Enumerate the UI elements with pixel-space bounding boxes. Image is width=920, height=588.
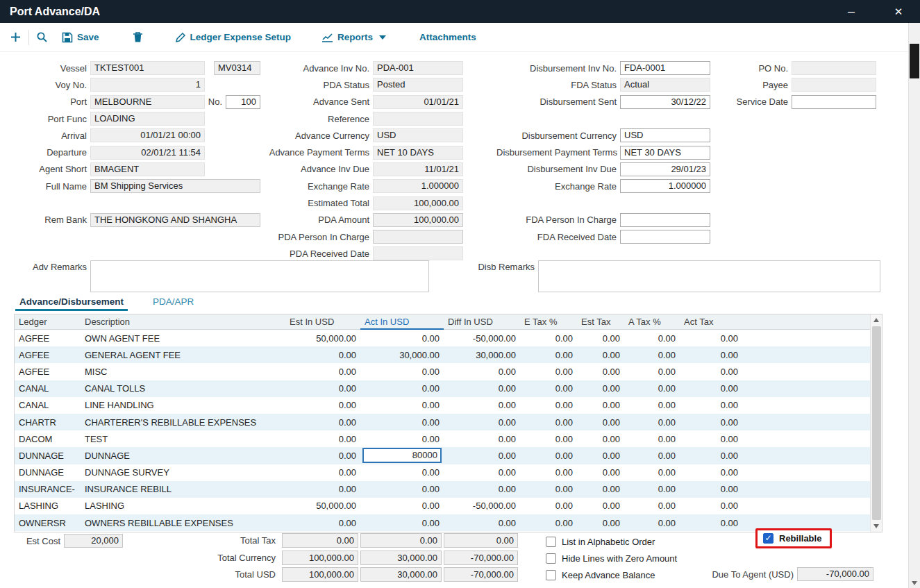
window-scrollbar[interactable] (908, 23, 920, 588)
column-header[interactable]: Act Tax (680, 314, 742, 330)
grid-cell[interactable]: DUNNAGE (15, 467, 81, 478)
attachments-button[interactable]: Attachments (419, 32, 476, 42)
grid-cell[interactable]: 0.00 (680, 417, 742, 428)
grid-cell[interactable]: 0.00 (360, 501, 444, 511)
grid-cell[interactable]: DUNNAGE (15, 451, 81, 461)
checkbox[interactable] (546, 553, 556, 564)
grid-cell[interactable]: INSURANCE- (15, 484, 81, 494)
grid-cell[interactable]: 0.00 (285, 350, 360, 360)
scroll-down-button[interactable] (871, 521, 882, 532)
grid-cell[interactable]: OWNERSR (15, 518, 81, 528)
grid-cell[interactable]: 0.00 (444, 451, 520, 461)
grid-cell[interactable]: 0.00 (444, 383, 520, 394)
grid-cell[interactable]: 0.00 (360, 383, 444, 394)
grid-cell[interactable]: 0.00 (577, 484, 624, 494)
grid-cell[interactable]: 80000 (360, 448, 444, 463)
grid-cell[interactable]: 0.00 (285, 518, 360, 528)
disb-payment-terms-field[interactable]: NET 30 DAYS (620, 146, 710, 160)
grid-cell[interactable]: TEST (81, 434, 285, 444)
grid-cell[interactable]: 0.00 (444, 400, 520, 410)
column-header[interactable]: Act In USD (360, 314, 444, 330)
column-header[interactable]: A Tax % (624, 314, 680, 330)
grid-cell[interactable]: 0.00 (624, 518, 680, 528)
grid-cell[interactable]: AGFEE (15, 333, 81, 344)
grid-cell[interactable]: DUNNAGE (81, 451, 285, 461)
grid-cell[interactable]: 0.00 (624, 451, 680, 461)
grid-cell[interactable]: 0.00 (444, 484, 520, 494)
grid-scrollbar[interactable] (870, 314, 882, 532)
tab-pda-apr[interactable]: PDA/APR (149, 294, 198, 311)
grid-cell[interactable]: AGFEE (15, 367, 81, 377)
grid-cell[interactable]: 0.00 (360, 434, 444, 444)
grid-cell[interactable]: 0.00 (360, 367, 444, 377)
checkbox-row[interactable]: Hide Lines with Zero Amount (546, 550, 677, 566)
checkbox-row[interactable]: List in Alphabetic Order (546, 533, 677, 550)
grid-cell[interactable]: 0.00 (624, 350, 680, 360)
grid-cell[interactable]: 0.00 (520, 417, 577, 428)
grid-cell[interactable]: 0.00 (624, 383, 680, 394)
grid-cell[interactable]: CANAL (15, 400, 81, 410)
grid-cell[interactable]: 0.00 (520, 467, 577, 478)
grid-cell[interactable]: 0.00 (680, 350, 742, 360)
grid-cell[interactable]: 0.00 (624, 333, 680, 344)
grid-cell[interactable]: 0.00 (360, 333, 444, 344)
grid-cell-editor[interactable]: 80000 (362, 448, 442, 463)
grid-cell[interactable]: 0.00 (624, 400, 680, 410)
grid-cell[interactable]: 0.00 (680, 434, 742, 444)
rebillable-checkbox[interactable]: ✓ (763, 533, 773, 544)
scroll-up-button[interactable] (871, 314, 882, 326)
grid-cell[interactable]: DACOM (15, 434, 81, 444)
service-date-field[interactable] (792, 95, 876, 109)
grid-cell[interactable]: 0.00 (680, 367, 742, 377)
grid-cell[interactable]: 0.00 (680, 518, 742, 528)
table-row[interactable]: DUNNAGEDUNNAGE SURVEY0.000.000.000.000.0… (15, 464, 870, 481)
table-row[interactable]: OWNERSROWNERS REBILLABLE EXPENSES0.000.0… (15, 514, 870, 531)
grid-cell[interactable]: 50,000.00 (285, 333, 360, 344)
grid-cell[interactable]: 0.00 (520, 350, 577, 360)
grid-cell[interactable]: 0.00 (444, 367, 520, 377)
grid-cell[interactable]: 0.00 (577, 367, 624, 377)
table-row[interactable]: INSURANCE-INSURANCE REBILL0.000.000.000.… (15, 481, 870, 498)
grid-cell[interactable]: 0.00 (624, 417, 680, 428)
grid-cell[interactable]: 0.00 (577, 333, 624, 344)
grid-cell[interactable]: 0.00 (520, 434, 577, 444)
grid-cell[interactable]: 0.00 (360, 467, 444, 478)
grid-cell[interactable]: CANAL TOLLS (81, 383, 285, 394)
grid-cell[interactable]: 0.00 (577, 417, 624, 428)
grid-cell[interactable]: 30,000.00 (444, 350, 520, 360)
table-row[interactable]: LASHINGLASHING50,000.000.00-50,000.000.0… (15, 498, 870, 514)
checkbox-row[interactable]: Keep Advance Balance (546, 566, 677, 583)
grid-cell[interactable]: 0.00 (444, 467, 520, 478)
grid-cell[interactable]: 0.00 (577, 383, 624, 394)
table-row[interactable]: AGFEEGENERAL AGENT FEE0.0030,000.0030,00… (15, 346, 870, 363)
grid-cell[interactable]: 0.00 (285, 451, 360, 461)
grid-cell[interactable]: LASHING (15, 501, 81, 511)
grid-cell[interactable]: 0.00 (680, 333, 742, 344)
grid-cell[interactable]: 0.00 (444, 434, 520, 444)
column-header[interactable]: E Tax % (520, 314, 577, 330)
grid-cell[interactable]: 30,000.00 (360, 350, 444, 360)
grid-cell[interactable]: 0.00 (577, 400, 624, 410)
grid-cell[interactable]: 0.00 (520, 383, 577, 394)
grid-cell[interactable]: 0.00 (285, 383, 360, 394)
grid-cell[interactable]: LASHING (81, 501, 285, 511)
disb-inv-due-field[interactable]: 29/01/23 (620, 162, 710, 176)
checkbox[interactable] (546, 570, 556, 580)
disb-inv-no-field[interactable]: FDA-0001 (620, 61, 710, 75)
table-row[interactable]: CHARTRCHARTERER'S REBILLABLE EXPENSES0.0… (15, 414, 870, 430)
grid-cell[interactable]: 0.00 (520, 333, 577, 344)
disb-currency-field[interactable]: USD (620, 128, 710, 142)
grid-cell[interactable]: 0.00 (577, 501, 624, 511)
column-header[interactable]: Diff In USD (444, 314, 520, 330)
grid-cell[interactable]: 0.00 (285, 400, 360, 410)
grid-cell[interactable]: 0.00 (520, 501, 577, 511)
grid-scroll-thumb[interactable] (872, 326, 881, 520)
grid-cell[interactable]: AGFEE (15, 350, 81, 360)
table-row[interactable]: CANALCANAL TOLLS0.000.000.000.000.000.00… (15, 380, 870, 397)
grid-cell[interactable]: 0.00 (520, 518, 577, 528)
grid-cell[interactable]: 0.00 (285, 467, 360, 478)
grid-cell[interactable]: DUNNAGE SURVEY (81, 467, 285, 478)
grid-cell[interactable]: 0.00 (520, 451, 577, 461)
add-button[interactable] (10, 31, 22, 43)
grid-cell[interactable]: CHARTR (15, 417, 81, 428)
